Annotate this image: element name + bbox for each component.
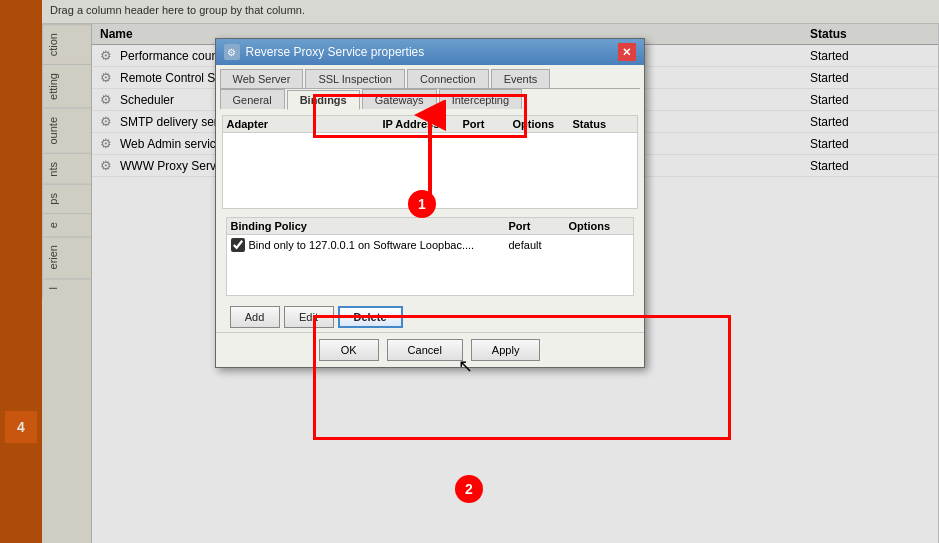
tab-bindings[interactable]: Bindings: [287, 90, 360, 110]
bindings-table-body: [223, 133, 637, 208]
modal-overlay: ⚙ Reverse Proxy Service properties ✕ Web…: [0, 0, 939, 543]
apply-button[interactable]: Apply: [471, 339, 541, 361]
dialog-title-icon: ⚙: [224, 44, 240, 60]
col-adapter: Adapter: [227, 118, 383, 130]
dialog-window: ⚙ Reverse Proxy Service properties ✕ Web…: [215, 38, 645, 368]
delete-button[interactable]: Delete: [338, 306, 403, 328]
tab-gateways[interactable]: Gateways: [362, 89, 437, 109]
binding-policy-empty: [227, 255, 633, 295]
binding-policy-row: Bind only to 127.0.0.1 on Software Loopb…: [227, 235, 633, 255]
dialog-close-button[interactable]: ✕: [618, 43, 636, 61]
edit-button[interactable]: Edit: [284, 306, 334, 328]
dialog-action-buttons: Add Edit Delete: [222, 300, 638, 332]
col-ip: IP Address: [383, 118, 463, 130]
dialog-footer: OK Cancel Apply: [216, 332, 644, 367]
col-status2: Status: [573, 118, 633, 130]
dialog-body: Adapter IP Address Port Options Status B…: [216, 109, 644, 332]
tab-web-server[interactable]: Web Server: [220, 69, 304, 88]
col-binding-policy: Binding Policy: [231, 220, 509, 232]
binding-policy-section: Binding Policy Port Options Bind only to…: [226, 217, 634, 296]
col-options: Options: [513, 118, 573, 130]
col-port: Port: [463, 118, 513, 130]
tab-ssl-inspection[interactable]: SSL Inspection: [305, 69, 405, 88]
bind-port: default: [509, 239, 569, 251]
tab-events[interactable]: Events: [491, 69, 551, 88]
tab-general[interactable]: General: [220, 89, 285, 109]
tab-connection[interactable]: Connection: [407, 69, 489, 88]
tab-intercepting[interactable]: Intercepting: [439, 89, 522, 109]
dialog-titlebar: ⚙ Reverse Proxy Service properties ✕: [216, 39, 644, 65]
col-port2: Port: [509, 220, 569, 232]
add-button[interactable]: Add: [230, 306, 280, 328]
tabs-row-1: Web Server SSL Inspection Connection Eve…: [220, 69, 640, 89]
tabs-row-2: General Bindings Gateways Intercepting: [220, 89, 640, 109]
dialog-title-text: Reverse Proxy Service properties: [246, 45, 425, 59]
bind-checkbox[interactable]: [231, 238, 245, 252]
bind-label: Bind only to 127.0.0.1 on Software Loopb…: [249, 239, 509, 251]
dialog-tabs-outer: Web Server SSL Inspection Connection Eve…: [216, 65, 644, 109]
dialog-title-left: ⚙ Reverse Proxy Service properties: [224, 44, 425, 60]
bindings-table-container: Adapter IP Address Port Options Status: [222, 115, 638, 209]
binding-policy-header: Binding Policy Port Options: [227, 218, 633, 235]
cancel-button[interactable]: Cancel: [387, 339, 463, 361]
bindings-table-header: Adapter IP Address Port Options Status: [223, 116, 637, 133]
col-options2: Options: [569, 220, 629, 232]
ok-button[interactable]: OK: [319, 339, 379, 361]
